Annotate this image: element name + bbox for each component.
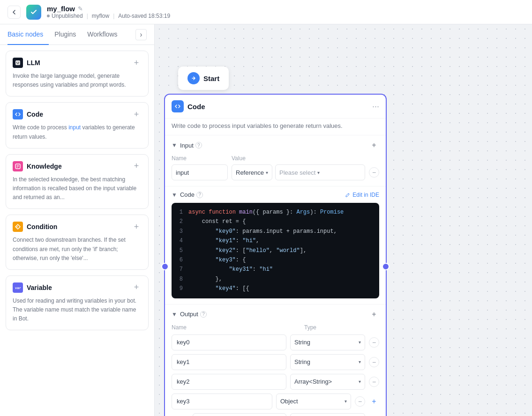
input-info-icon: ? — [195, 142, 202, 149]
type-chevron-icon: ▾ — [359, 340, 361, 345]
add-variable-button[interactable]: + — [131, 282, 142, 293]
tab-workflows[interactable]: Workflows — [82, 24, 123, 45]
remove-key1-button[interactable]: − — [369, 357, 379, 367]
remove-input-button[interactable]: − — [369, 167, 379, 178]
output-name-key31: key31 — [193, 413, 286, 416]
collapse-sidebar-button[interactable]: › — [135, 29, 147, 40]
llm-desc: Invoke the large language model, generat… — [13, 72, 142, 89]
code-line-2: 2 const ret = { — [172, 217, 379, 226]
output-type-key1[interactable]: String ▾ — [290, 354, 365, 370]
sidebar: Basic nodes Plugins Workflows › — [0, 24, 155, 416]
code-node: Code ··· Write code to process input var… — [164, 94, 387, 416]
value-header: Value — [232, 155, 379, 162]
add-code-button[interactable]: + — [131, 109, 142, 119]
knowledge-title: Knowledge — [27, 163, 62, 170]
add-knowledge-button[interactable]: + — [131, 161, 142, 171]
code-node-desc: Write code to process input variables to… — [165, 119, 386, 135]
remove-key0-button[interactable]: − — [369, 337, 379, 348]
status-dot — [47, 15, 50, 17]
remove-key3-button[interactable]: − — [355, 396, 365, 407]
output-type-key3[interactable]: Object ▾ — [276, 394, 351, 409]
svg-rect-0 — [15, 60, 20, 65]
output-content: Name Type key0 String ▾ − key1 — [165, 324, 386, 416]
output-info-icon: ? — [200, 311, 207, 318]
node-card-knowledge[interactable]: Knowledge + In the selected knowledge, t… — [6, 154, 149, 209]
add-llm-button[interactable]: + — [131, 58, 142, 68]
out-type-header: Type — [304, 324, 379, 331]
add-output-button[interactable]: + — [369, 309, 379, 319]
remove-key2-button[interactable]: − — [369, 377, 379, 387]
autosaved-label: Auto-saved 18:53:19 — [118, 13, 170, 19]
knowledge-desc: In the selected knowledge, the best matc… — [13, 175, 142, 202]
svg-point-2 — [18, 62, 19, 63]
more-options-button[interactable]: ··· — [372, 102, 379, 111]
add-condition-button[interactable]: + — [131, 222, 142, 232]
connector-right — [382, 263, 390, 270]
variable-icon: var — [13, 282, 23, 293]
flow-title: my_flow — [47, 5, 75, 13]
code-line-6: 6 "key3": { — [172, 255, 379, 265]
please-select-dropdown[interactable]: Please select ▾ — [275, 164, 365, 180]
variable-title: Variable — [27, 284, 52, 291]
output-row-key31: └ key31 String ▾ − — [172, 413, 379, 416]
input-table: Name Value Reference ▾ Please select — [165, 155, 386, 186]
condition-title: Condition — [27, 223, 57, 230]
node-card-variable[interactable]: var Variable + Used for reading and writ… — [6, 275, 149, 331]
reference-select[interactable]: Reference ▾ — [232, 164, 272, 180]
output-type-key2[interactable]: Array<String> ▾ — [290, 374, 365, 390]
svg-point-1 — [16, 62, 17, 63]
code-editor: 1 async function main({ params }: Args):… — [172, 203, 379, 298]
start-icon — [187, 72, 200, 84]
output-name-key3: key3 — [172, 394, 272, 409]
input-toggle[interactable]: ▼ — [172, 142, 177, 149]
status-label: Unpublished — [52, 13, 83, 19]
app-icon — [26, 5, 41, 20]
output-row-key2: key2 Array<String> ▾ − — [172, 374, 379, 390]
node-card-list: LLM + Invoke the large language model, g… — [0, 45, 154, 336]
code-line-8: 8 }, — [172, 275, 379, 284]
output-row-key3: key3 Object ▾ − + — [172, 394, 379, 409]
output-row-key1: key1 String ▾ − — [172, 354, 379, 370]
status-badge: Unpublished — [47, 13, 83, 19]
code-line-1: 1 async function main({ params }: Args):… — [172, 208, 379, 217]
output-name-key2: key2 — [172, 374, 286, 390]
flow-name: myflow — [92, 13, 109, 19]
edit-ide-icon — [345, 192, 351, 198]
input-name-field[interactable] — [172, 164, 228, 180]
add-input-button[interactable]: + — [369, 140, 379, 150]
code-toggle[interactable]: ▼ — [172, 192, 177, 198]
name-header: Name — [172, 155, 228, 162]
main-layout: Basic nodes Plugins Workflows › — [0, 24, 532, 416]
code-icon — [13, 109, 23, 119]
output-name-key1: key1 — [172, 354, 286, 370]
tab-plugins[interactable]: Plugins — [49, 24, 82, 45]
output-section: ▼ Output ? + Name Type key0 — [165, 304, 386, 416]
code-desc: Write code to process input variables to… — [13, 123, 142, 141]
input-section-title: Input ? — [180, 142, 369, 149]
code-line-9: 9 "key4": [{ — [172, 284, 379, 293]
canvas: Start Code ··· Write code to process inp… — [155, 24, 532, 416]
edit-in-ide-button[interactable]: Edit in IDE — [345, 192, 379, 198]
code-line-5: 5 "key2": ["hello", "world"], — [172, 246, 379, 255]
topbar: my_flow ✎ Unpublished | myflow | Auto-sa… — [0, 0, 532, 24]
output-type-key31[interactable]: String ▾ — [290, 413, 365, 416]
code-info-icon: ? — [196, 192, 203, 198]
code-line-7: 7 "key31": "hi" — [172, 265, 379, 274]
ref-chevron-icon: ▾ — [266, 170, 268, 175]
condition-desc: Connect two downstream branches. If the … — [13, 236, 142, 263]
output-toggle[interactable]: ▼ — [172, 311, 177, 318]
edit-title-icon[interactable]: ✎ — [78, 5, 83, 12]
code-section-title: Code ? — [180, 191, 345, 198]
out-name-header: Name — [172, 324, 300, 331]
node-card-code[interactable]: Code + Write code to process input varia… — [6, 102, 149, 148]
llm-title: LLM — [27, 59, 40, 67]
tab-basic-nodes[interactable]: Basic nodes — [7, 24, 49, 45]
node-card-llm[interactable]: LLM + Invoke the large language model, g… — [6, 51, 149, 97]
llm-icon — [13, 58, 23, 68]
node-card-condition[interactable]: if Condition + Connect two downstream br… — [6, 215, 149, 270]
knowledge-icon — [13, 161, 23, 171]
add-key3-child-button[interactable]: + — [369, 396, 379, 407]
output-type-key0[interactable]: String ▾ — [290, 334, 365, 350]
back-button[interactable] — [7, 6, 21, 19]
variable-desc: Used for reading and writing variables i… — [13, 297, 142, 324]
